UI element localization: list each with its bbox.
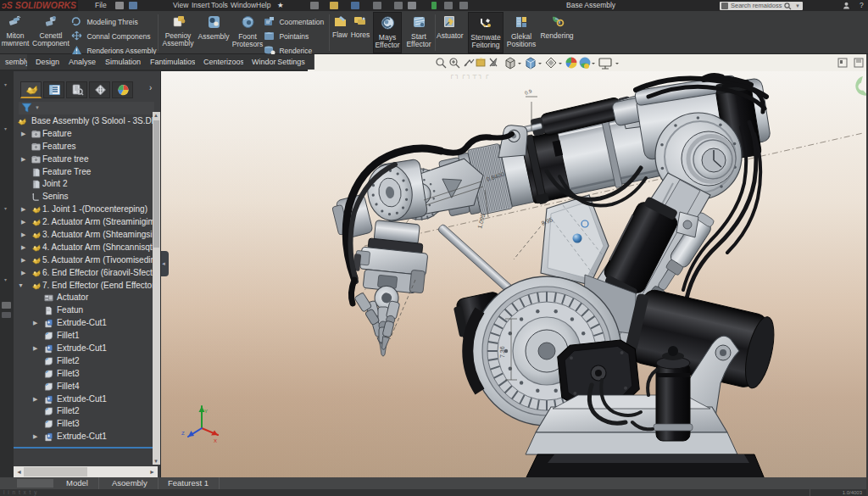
svg-text:7.36: 7.36 xyxy=(499,346,505,358)
svg-text:Y: Y xyxy=(204,409,208,414)
svg-text:┌ ┐ ┌ ┐ ┬ ┐ ┌: ┌ ┐ ┌ ┐ ┬ ┐ ┌ xyxy=(449,72,488,79)
svg-text:X: X xyxy=(214,438,217,443)
svg-text:Z: Z xyxy=(181,431,185,436)
